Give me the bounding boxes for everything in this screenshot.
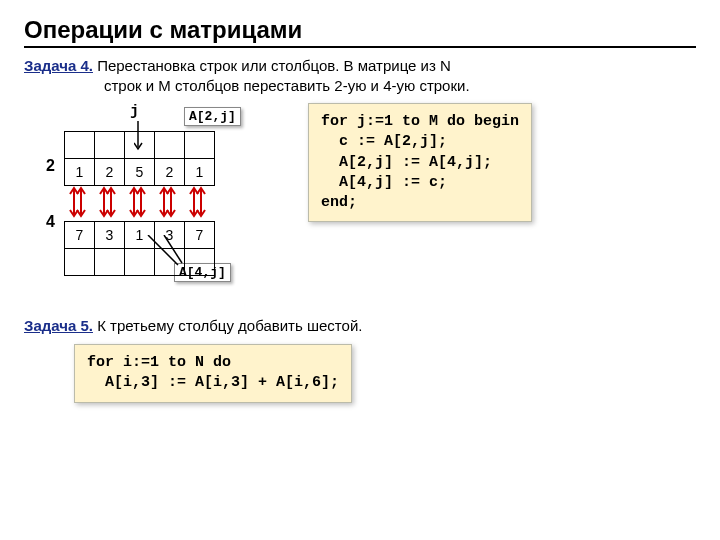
title-rule — [24, 46, 696, 48]
row-label-2: 2 — [46, 157, 55, 175]
code-block-4: for j:=1 to M do begin c := A[2,j]; A[2,… — [308, 103, 532, 222]
swap-arrows — [65, 186, 215, 218]
task5-intro: Задача 5. К третьему столбцу добавить ше… — [24, 317, 696, 334]
row-label-4: 4 — [46, 213, 55, 231]
code-line: for i:=1 to N do — [87, 354, 231, 371]
task4-label: Задача 4. — [24, 57, 93, 74]
code-line: A[i,3] := A[i,3] + A[i,6]; — [87, 374, 339, 391]
task5-text: К третьему столбцу добавить шестой. — [93, 317, 362, 334]
arrows-gap — [65, 186, 215, 222]
task4-line2: строк и M столбцов переставить 2-ую и 4-… — [24, 76, 696, 96]
task4-intro: Задача 4. Перестановка строк или столбцо… — [24, 56, 696, 95]
cell: 2 — [95, 159, 125, 186]
table-row: 1 2 5 2 1 — [65, 159, 215, 186]
svg-line-12 — [164, 235, 182, 263]
code-line: for j:=1 to M do begin — [321, 113, 519, 130]
cell: 2 — [155, 159, 185, 186]
task4-line1: Перестановка строк или столбцов. В матри… — [93, 57, 451, 74]
table-empty-row — [65, 132, 215, 159]
task4-row: j A[2,j] A[4,j] 2 4 1 2 5 2 1 — [24, 103, 696, 303]
cell: 7 — [65, 222, 95, 249]
code-line: A[4,j] := c; — [321, 174, 447, 191]
code-line: c := A[2,j]; — [321, 133, 447, 150]
task5-label: Задача 5. — [24, 317, 93, 334]
callout-a4j — [144, 235, 204, 275]
matrix-diagram: j A[2,j] A[4,j] 2 4 1 2 5 2 1 — [24, 103, 284, 303]
cell: 1 — [185, 159, 215, 186]
code-block-5: for i:=1 to N do A[i,3] := A[i,3] + A[i,… — [74, 344, 352, 403]
cell: 3 — [95, 222, 125, 249]
page-title: Операции с матрицами — [24, 16, 696, 44]
cell: 1 — [65, 159, 95, 186]
code-line: A[2,j] := A[4,j]; — [321, 154, 492, 171]
cell: 5 — [125, 159, 155, 186]
code-line: end; — [321, 194, 357, 211]
